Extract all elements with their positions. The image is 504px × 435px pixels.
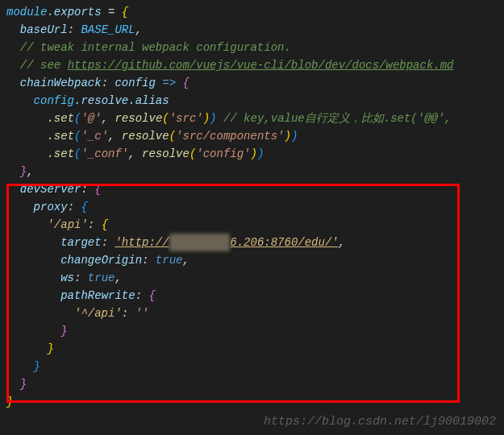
token-string: '@' bbox=[81, 112, 101, 125]
token-colon: : bbox=[68, 201, 81, 213]
bracket-close: ) bbox=[291, 130, 298, 143]
token-chainwebpack: chainWebpack bbox=[20, 77, 102, 89]
comment: // key,value自行定义，比如.set('@@', bbox=[217, 112, 452, 125]
token-sep: , bbox=[108, 130, 122, 143]
bracket-open: ( bbox=[169, 130, 176, 143]
token-string: '_c' bbox=[81, 130, 108, 143]
code-line: target: 'http://xxxxxxxxx6.206:8760/edu/… bbox=[0, 234, 504, 251]
token-resolve: resolve bbox=[115, 112, 162, 125]
bracket-open: { bbox=[81, 201, 87, 213]
code-line: } bbox=[0, 358, 504, 375]
bracket-open: { bbox=[94, 183, 101, 196]
token-colon: : bbox=[68, 23, 81, 36]
code-line: devServer: { bbox=[0, 180, 504, 198]
token-colon: : bbox=[122, 307, 135, 320]
redacted-ip: xxxxxxxxx bbox=[169, 234, 231, 251]
token-baseurl: baseUrl bbox=[20, 23, 68, 36]
token-sep: , bbox=[102, 112, 115, 125]
token-proxy: proxy bbox=[34, 201, 68, 213]
bracket-close: } bbox=[60, 325, 67, 338]
code-line: config.resolve.alias bbox=[0, 92, 504, 110]
code-line: pathRewrite: { bbox=[0, 287, 504, 304]
code-line: '/api': { bbox=[0, 216, 504, 234]
token-url-post: 6.206:8760/edu/' bbox=[230, 236, 338, 249]
bracket-close: } bbox=[20, 378, 27, 391]
token-module: module bbox=[6, 6, 47, 19]
token-pathrewrite: pathRewrite bbox=[60, 289, 135, 302]
token-comma: , bbox=[115, 271, 121, 284]
token-colon: : bbox=[88, 218, 102, 231]
comment-pre: // see bbox=[20, 59, 68, 72]
code-line: proxy: { bbox=[0, 198, 504, 216]
token-colon: : bbox=[74, 271, 88, 284]
token-resolve: resolve bbox=[142, 147, 190, 160]
bracket-close: } bbox=[34, 360, 40, 373]
token-exports: .exports bbox=[47, 6, 101, 19]
token-sep: , bbox=[128, 147, 142, 160]
token-string: 'config' bbox=[196, 147, 250, 160]
code-line: // see https://github.com/vuejs/vue-cli/… bbox=[0, 56, 504, 74]
token-url-pre: 'http:// bbox=[115, 236, 169, 249]
bracket-open: ( bbox=[162, 112, 169, 125]
token-arrow: => bbox=[156, 77, 183, 89]
token-string: 'src' bbox=[169, 112, 203, 125]
code-line: baseUrl: BASE_URL, bbox=[0, 21, 504, 39]
token-string: '_conf' bbox=[81, 147, 128, 160]
token-set: .set bbox=[47, 112, 74, 125]
token-comma: , bbox=[135, 23, 142, 36]
token-resolve-alias: .resolve.alias bbox=[74, 94, 169, 107]
token-comma: , bbox=[339, 236, 345, 249]
token-config: config bbox=[34, 94, 74, 107]
token-colon: : bbox=[81, 183, 94, 196]
bracket-open: { bbox=[182, 77, 189, 89]
bracket-close: ) bbox=[210, 112, 216, 125]
token-true: true bbox=[156, 254, 183, 267]
bracket-open: { bbox=[148, 289, 155, 302]
code-line: // tweak internal webpack configuration. bbox=[0, 39, 504, 56]
bracket-close: } bbox=[47, 342, 53, 355]
code-line: ws: true, bbox=[0, 269, 504, 287]
bracket-close: ) bbox=[257, 147, 264, 160]
code-line: '^/api': '' bbox=[0, 304, 504, 322]
watermark: https://blog.csdn.net/lj90019002 bbox=[264, 415, 496, 429]
comment: // tweak internal webpack configuration. bbox=[20, 41, 291, 54]
token-string: 'src/components' bbox=[176, 130, 284, 143]
code-line: }, bbox=[0, 163, 504, 180]
token-comma: , bbox=[27, 165, 33, 178]
code-editor: module.exports = { baseUrl: BASE_URL, //… bbox=[0, 0, 504, 414]
token-ws: ws bbox=[60, 271, 74, 284]
bracket-open: { bbox=[102, 218, 108, 231]
code-line: } bbox=[0, 393, 504, 411]
comment-link: https://github.com/vuejs/vue-cli/blob/de… bbox=[68, 59, 454, 72]
token-set: .set bbox=[47, 147, 74, 160]
code-line: module.exports = { bbox=[0, 3, 504, 21]
code-line: .set('_c', resolve('src/components')) bbox=[0, 127, 504, 145]
token-resolve: resolve bbox=[122, 130, 169, 143]
bracket-close: ) bbox=[251, 147, 257, 160]
token-colon: : bbox=[102, 77, 115, 89]
code-line: } bbox=[0, 375, 504, 393]
code-line: changeOrigin: true, bbox=[0, 251, 504, 269]
code-line: chainWebpack: config => { bbox=[0, 74, 504, 92]
bracket-close: ) bbox=[203, 112, 210, 125]
token-empty-string: '' bbox=[135, 307, 149, 320]
bracket-close: } bbox=[6, 396, 13, 408]
token-api-key: '/api' bbox=[47, 218, 87, 231]
code-line: .set('_conf', resolve('config')) bbox=[0, 145, 504, 163]
token-changeorigin: changeOrigin bbox=[60, 254, 142, 267]
token-baseurl-val: BASE_URL bbox=[81, 23, 135, 36]
token-colon: : bbox=[102, 236, 115, 249]
code-line: } bbox=[0, 322, 504, 340]
token-config-param: config bbox=[115, 77, 155, 89]
bracket-close: ) bbox=[285, 130, 291, 143]
token-rewrite-key: '^/api' bbox=[74, 307, 122, 320]
bracket-close: } bbox=[20, 165, 27, 178]
token-true: true bbox=[88, 271, 115, 284]
token-colon: : bbox=[142, 254, 156, 267]
token-set: .set bbox=[47, 130, 74, 143]
code-line: .set('@', resolve('src')) // key,value自行… bbox=[0, 110, 504, 127]
bracket-open: { bbox=[122, 6, 128, 19]
token-comma: , bbox=[182, 254, 189, 267]
token-colon: : bbox=[135, 289, 149, 302]
token-eq: = bbox=[102, 6, 122, 19]
